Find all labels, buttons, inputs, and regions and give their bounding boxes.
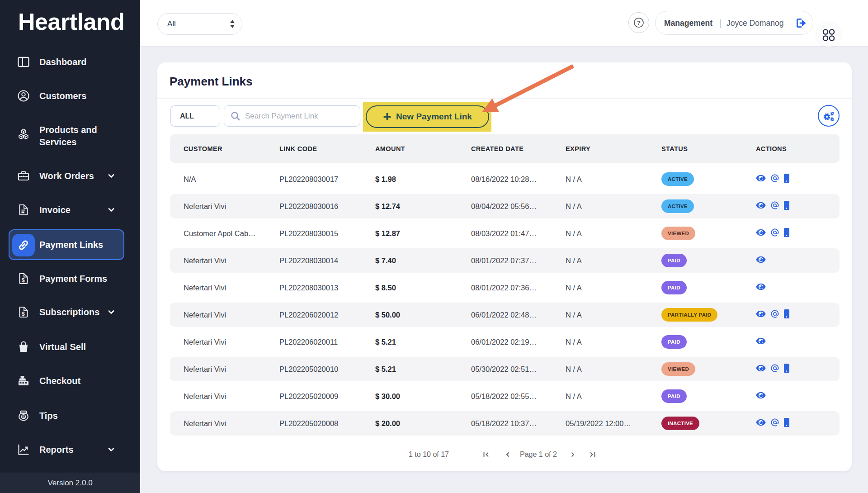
svg-text:$: $: [22, 311, 25, 317]
svg-text:$: $: [22, 415, 24, 419]
svg-text:$: $: [22, 277, 25, 284]
svg-text:?: ?: [637, 19, 641, 26]
